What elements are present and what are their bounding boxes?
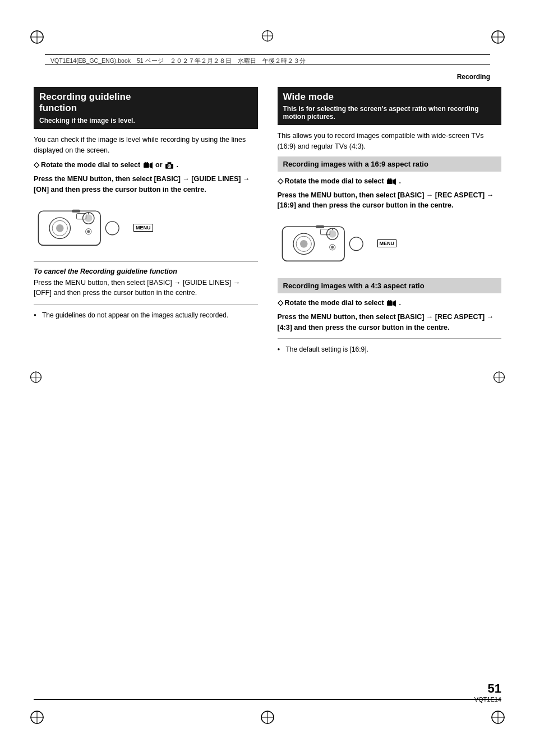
svg-marker-52 [393,300,396,307]
svg-marker-16 [149,162,152,169]
section-169-header: Recording images with a 16:9 aspect rati… [278,156,502,172]
svg-rect-38 [390,178,391,179]
svg-rect-54 [390,300,391,301]
photo-icon-1 [165,162,173,169]
section-43-header: Recording images with a 4:3 aspect ratio [278,278,502,293]
svg-rect-35 [387,179,393,184]
svg-rect-37 [388,178,390,179]
svg-marker-36 [393,178,396,185]
left-section-header: Recording guideline function Checking if… [34,87,258,129]
menu-label-left: MENU [133,224,153,232]
main-content: Recording guideline function Checking if… [34,87,501,683]
left-step2: Press the MENU button, then select [BASI… [34,174,258,195]
right-section-subtitle: This is for selecting the screen's aspec… [283,105,496,121]
section-169-step2: Press the MENU button, then select [BASI… [278,190,502,211]
divider-2 [34,304,258,305]
right-section-title: Wide mode [283,91,496,103]
header-rule [45,54,490,55]
cancel-text: Press the MENU button, then select [BASI… [34,278,258,299]
left-section-title: Recording guideline function [39,91,252,114]
diamond-icon-1: ◇ [34,160,39,170]
reg-mark-top-center [261,29,274,44]
reg-mark-top-left [29,29,45,47]
svg-point-33 [87,230,90,233]
svg-rect-46 [316,225,324,228]
svg-point-44 [328,230,336,238]
video-icon-3 [387,300,396,307]
svg-rect-18 [146,162,148,163]
svg-rect-17 [144,162,146,163]
reg-mark-bottom-center [260,709,275,727]
svg-point-22 [169,165,170,167]
reg-mark-bottom-left [29,709,45,727]
reg-mark-right-center [492,371,506,386]
svg-point-50 [349,237,363,251]
svg-rect-53 [388,300,390,301]
menu-label-right: MENU [377,239,397,247]
camera-svg-right [278,215,373,271]
reg-mark-left-center [29,371,43,386]
camera-svg-left [34,200,129,256]
section-label: Recording [457,73,490,81]
svg-rect-15 [144,163,149,168]
svg-rect-20 [168,162,172,164]
page-number-block: 51 VQT1E14 [474,681,501,703]
svg-point-26 [56,224,64,232]
reg-mark-top-right [490,29,506,47]
video-icon-2 [387,178,396,185]
section-43-title: Recording images with a 4:3 aspect ratio [283,282,496,290]
right-intro-text: This allows you to record images compati… [278,131,502,152]
video-icon-1 [144,162,153,169]
left-section-subtitle: Checking if the image is level. [39,117,252,125]
divider-1 [34,261,258,262]
svg-point-28 [85,214,93,222]
right-column: Wide mode This is for selecting the scre… [275,87,502,683]
page-code: VQT1E14 [474,696,501,703]
left-bullet-1: The guidelines do not appear on the imag… [34,310,258,320]
page-num: 51 [474,681,501,696]
camera-illustration-right: MENU [278,215,502,271]
svg-point-42 [299,240,307,248]
right-section-header: Wide mode This is for selecting the scre… [278,87,502,125]
svg-point-49 [331,246,334,248]
right-bullet-1: The default setting is [16:9]. [278,344,502,354]
svg-rect-51 [387,301,393,306]
svg-rect-30 [72,209,80,212]
right-divider [278,338,502,339]
file-info: VQT1E14(EB_GC_ENG).book 51 ページ ２０２７年２月２８… [50,57,306,65]
section-43-step1: ◇Rotate the mode dial to select . [278,298,502,308]
svg-point-34 [105,221,119,234]
diamond-icon-3: ◇ [278,298,283,308]
left-intro-text: You can check if the image is level whil… [34,135,258,156]
section-169-title: Recording images with a 16:9 aspect rati… [283,160,496,168]
section-169-step1: ◇Rotate the mode dial to select . [278,176,502,187]
cancel-title: To cancel the Recording guideline functi… [34,268,258,275]
camera-illustration-left: MENU [34,200,258,256]
reg-mark-bottom-right [490,709,506,727]
left-step1: ◇Rotate the mode dial to select or . [34,160,258,170]
left-column: Recording guideline function Checking if… [34,87,264,683]
footer-rule [34,699,501,700]
diamond-icon-2: ◇ [278,176,283,187]
header-rule-bottom [45,64,490,65]
section-43-step2: Press the MENU button, then select [BASI… [278,312,502,333]
